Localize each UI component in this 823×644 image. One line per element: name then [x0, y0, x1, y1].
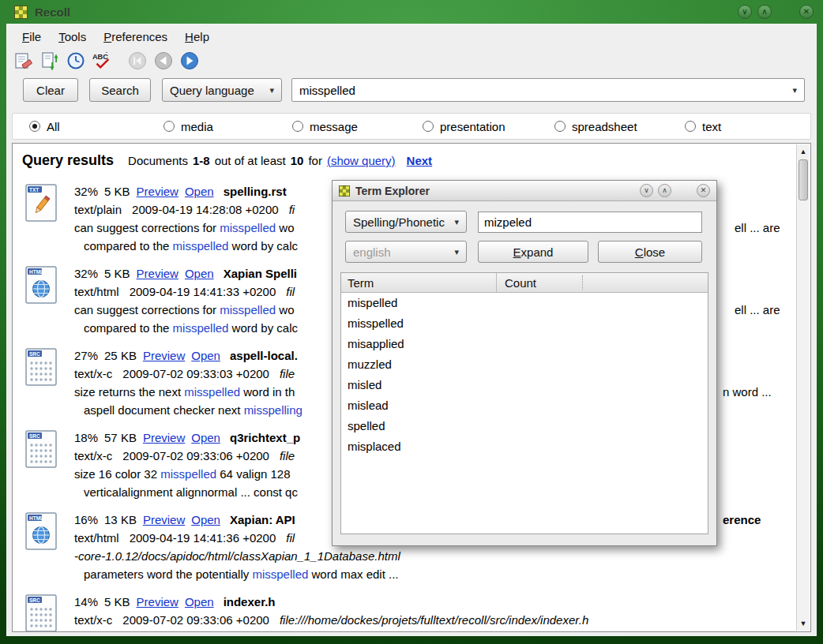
- result-details: 14%5 KBPreviewOpenindexer.htext/x-c2009-…: [74, 593, 793, 629]
- term-row[interactable]: misplaced: [341, 436, 708, 457]
- minimize-icon[interactable]: ∨: [640, 184, 653, 197]
- query-combobox: ▾: [291, 78, 805, 102]
- doc-url: file: [280, 367, 295, 380]
- scroll-up-icon[interactable]: ▲: [797, 145, 810, 158]
- source-doc-icon: SRC: [25, 594, 57, 632]
- term-column-header[interactable]: Term: [341, 273, 496, 292]
- term-row[interactable]: mispelled: [341, 293, 708, 313]
- term-row[interactable]: spelled: [341, 416, 708, 436]
- filter-option[interactable]: media: [163, 114, 213, 139]
- menu-help[interactable]: Help: [178, 27, 216, 47]
- filter-option[interactable]: presentation: [423, 114, 505, 139]
- doc-url: file: [280, 449, 295, 462]
- open-link[interactable]: Open: [191, 349, 220, 362]
- preview-link[interactable]: Preview: [143, 513, 185, 526]
- first-page-icon[interactable]: [127, 51, 148, 71]
- expansion-mode-combobox[interactable]: Spelling/Phonetic ▾: [345, 211, 467, 233]
- preview-link[interactable]: Preview: [143, 431, 185, 444]
- open-link[interactable]: Open: [191, 431, 220, 444]
- term-explorer-titlebar[interactable]: Term Explorer ∨ ∧ ✕: [333, 181, 716, 201]
- next-page-icon[interactable]: [179, 51, 200, 71]
- doc-title: indexer.h: [224, 595, 276, 608]
- filter-option[interactable]: All: [29, 114, 60, 139]
- radio-icon[interactable]: [292, 121, 303, 132]
- term-row[interactable]: misled: [341, 375, 708, 395]
- open-link[interactable]: Open: [185, 185, 214, 198]
- filter-label: spreadsheet: [572, 120, 637, 133]
- scroll-down-icon[interactable]: ▼: [797, 617, 810, 630]
- doc-title: aspell-local.: [230, 349, 298, 362]
- count-column-header[interactable]: Count: [496, 273, 708, 292]
- open-link[interactable]: Open: [185, 595, 214, 608]
- doc-date: 2009-04-19 14:41:33 +0200: [130, 285, 276, 298]
- highlighted-term: misspelled: [252, 567, 308, 581]
- toolbar: ABCˆ: [13, 48, 205, 73]
- source-doc-icon: SRC: [25, 348, 57, 389]
- preview-link[interactable]: Preview: [137, 185, 179, 198]
- prev-page-icon[interactable]: [153, 51, 174, 71]
- highlighted-term: misspelled: [184, 385, 240, 399]
- window-controls: ∨ ∧ ✕: [738, 5, 814, 19]
- radio-icon[interactable]: [29, 121, 40, 132]
- doc-date: 2009-04-19 14:41:36 +0200: [130, 531, 276, 545]
- open-link[interactable]: Open: [191, 513, 220, 526]
- open-link[interactable]: Open: [185, 267, 214, 280]
- results-scrollbar[interactable]: ▲ ▼: [796, 144, 810, 631]
- preview-link[interactable]: Preview: [143, 349, 185, 362]
- doc-date: 2009-07-02 09:33:03 +0200: [122, 367, 269, 380]
- history-icon[interactable]: [66, 51, 86, 71]
- menu-tools[interactable]: Tools: [51, 27, 93, 47]
- filter-option[interactable]: text: [685, 114, 721, 139]
- svg-text:SRC: SRC: [29, 351, 40, 357]
- update-index-icon[interactable]: [39, 51, 60, 71]
- preview-link[interactable]: Preview: [137, 595, 179, 608]
- snippet-line: parameters word the potentially misspell…: [74, 565, 793, 583]
- term-row[interactable]: misapplied: [341, 334, 708, 354]
- doc-title-overflow: erence: [723, 511, 761, 529]
- next-page-link[interactable]: Next: [407, 154, 433, 167]
- relevance-percent: 27%: [74, 349, 98, 362]
- query-mode-combobox[interactable]: Query language ▾: [162, 78, 282, 102]
- highlighted-term: misspelled: [173, 239, 229, 253]
- term-row[interactable]: misspelled: [341, 313, 708, 334]
- term-row[interactable]: muzzled: [341, 354, 708, 375]
- doc-mime: text/x-c: [74, 613, 112, 627]
- term-row[interactable]: mislead: [341, 395, 708, 416]
- radio-icon[interactable]: [554, 121, 566, 132]
- svg-text:HTML: HTML: [29, 515, 43, 521]
- show-query-link[interactable]: (show query): [327, 154, 396, 167]
- search-button[interactable]: Search: [89, 78, 151, 102]
- scrollbar-thumb[interactable]: [799, 159, 808, 200]
- menu-preferences[interactable]: Preferences: [96, 27, 175, 47]
- filter-option[interactable]: message: [292, 114, 358, 139]
- term-explorer-dialog: Term Explorer ∨ ∧ ✕ Spelling/Phonetic ▾ …: [332, 180, 717, 546]
- filter-option[interactable]: spreadsheet: [554, 114, 637, 139]
- column-resize-handle[interactable]: [582, 275, 583, 290]
- window-titlebar: Recoll ∨ ∧ ✕: [0, 0, 823, 24]
- chevron-down-icon: ▾: [454, 247, 459, 257]
- radio-icon[interactable]: [163, 121, 175, 132]
- minimize-icon[interactable]: ∨: [738, 5, 752, 19]
- filter-bar: All media message presentation spreadshe…: [12, 113, 811, 140]
- expand-button[interactable]: Expand: [478, 241, 588, 263]
- menu-file[interactable]: File: [15, 27, 48, 47]
- preview-link[interactable]: Preview: [137, 267, 179, 280]
- maximize-icon[interactable]: ∧: [757, 5, 772, 19]
- close-icon[interactable]: ✕: [799, 5, 814, 19]
- term-input[interactable]: [478, 212, 702, 233]
- maximize-icon[interactable]: ∧: [658, 184, 671, 197]
- clear-button[interactable]: Clear: [23, 78, 78, 102]
- chevron-down-icon: ▾: [454, 217, 459, 227]
- close-icon[interactable]: ✕: [697, 184, 710, 197]
- close-button[interactable]: Close: [598, 241, 702, 263]
- doc-title: Xapian: API: [230, 513, 295, 526]
- doc-url: fi: [289, 203, 295, 216]
- radio-icon[interactable]: [423, 121, 434, 132]
- results-title: Query results: [22, 152, 114, 169]
- doc-title: Xapian Spelli: [224, 267, 297, 280]
- term-explorer-icon[interactable]: ABCˆ: [92, 51, 112, 71]
- radio-icon[interactable]: [685, 121, 696, 132]
- query-input[interactable]: [292, 84, 787, 97]
- chevron-down-icon[interactable]: ▾: [792, 85, 797, 95]
- clear-search-icon[interactable]: [13, 51, 34, 71]
